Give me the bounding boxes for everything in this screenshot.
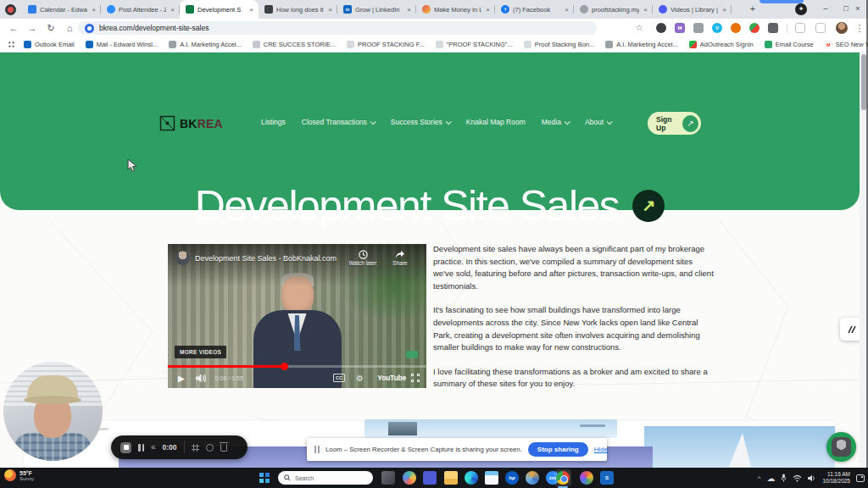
tab-development-active[interactable]: Development S × [180, 0, 259, 19]
bookmark-seo-new-york[interactable]: MSEO New York [825, 41, 868, 48]
taskbar-clock[interactable]: 11:16 AM10/18/2025 [822, 471, 850, 485]
s-app-icon[interactable]: S [600, 471, 614, 485]
bookmark-star-icon[interactable]: ☆ [632, 21, 646, 35]
extension-icon-2[interactable]: M [675, 23, 685, 33]
loom-restart-icon[interactable] [206, 444, 214, 452]
extension-icon-1[interactable] [656, 23, 666, 33]
task-view-button[interactable] [381, 471, 395, 485]
url-text[interactable]: bkrea.com/development-site-sales [99, 24, 209, 32]
onedrive-cloud-icon[interactable]: ☁ [766, 474, 775, 483]
new-tab-button[interactable]: + [746, 3, 760, 16]
channel-avatar[interactable] [175, 251, 190, 265]
reading-list-icon[interactable] [815, 23, 826, 33]
minimize-button[interactable]: – [815, 0, 836, 18]
loom-control-bar[interactable]: « 0:00 [111, 435, 248, 459]
hidden-icons-chevron[interactable]: ^ [758, 474, 761, 482]
fullscreen-button[interactable] [411, 374, 420, 382]
tab-close-icon[interactable]: × [643, 6, 648, 14]
bookmark-proof-stacking-bon[interactable]: Proof Stacking Bon... [524, 41, 594, 48]
side-panel-tab[interactable] [840, 318, 860, 341]
volume-icon[interactable] [196, 374, 207, 383]
loom-delete-icon[interactable] [220, 444, 227, 452]
tab-calendar[interactable]: Calendar - Edward × [22, 0, 101, 19]
tab-proofstacking[interactable]: proofstacking.mys × [574, 0, 653, 19]
extension-icon-3[interactable] [693, 23, 704, 33]
bookmark-proof-stacking-f[interactable]: PROOF STACKING F... [347, 41, 425, 48]
video-chat-widget-bubble[interactable] [826, 432, 856, 462]
play-button[interactable]: ▶ [178, 374, 185, 383]
more-videos-chip[interactable]: MORE VIDEOS [175, 346, 226, 358]
side-panel-icon[interactable] [795, 23, 805, 33]
forward-button[interactable]: → [25, 21, 39, 35]
share-button[interactable]: Share [385, 250, 415, 266]
vimeo-extension-icon[interactable]: V [712, 23, 722, 33]
bookmark-mail-edward[interactable]: Mail - Edward Winsl... [86, 41, 159, 48]
settings-gear-icon[interactable]: ⚙ [356, 374, 364, 383]
close-window-button[interactable]: × [848, 0, 868, 18]
widgets-button[interactable] [403, 471, 416, 485]
file-explorer-icon[interactable] [444, 471, 458, 485]
nav-about[interactable]: About [585, 118, 611, 126]
tab-close-icon[interactable]: × [406, 6, 412, 14]
tab-search-icon[interactable]: ✦ [795, 3, 807, 15]
title-arrow-badge-icon[interactable]: ↗ [632, 190, 665, 222]
tab-close-icon[interactable]: × [485, 6, 491, 14]
address-bar[interactable]: bkrea.com/development-site-sales [78, 21, 597, 35]
stop-sharing-button[interactable]: Stop sharing [528, 442, 588, 457]
webcam-overlay-bubble[interactable] [3, 362, 103, 461]
bookmark-outlook-email[interactable]: Outlook Email [24, 41, 75, 48]
hp-icon[interactable]: hp [505, 471, 519, 485]
nav-knakal-map-room[interactable]: Knakal Map Room [466, 118, 526, 126]
bookmark-ai-marketing-1[interactable]: A.I. Marketing Accel... [169, 41, 242, 48]
nav-listings[interactable]: Listings [261, 118, 286, 126]
loom-rewind-icon[interactable]: « [151, 443, 156, 452]
home-button[interactable]: ⌂ [63, 21, 76, 35]
tab-close-icon[interactable]: × [327, 6, 333, 14]
youtube-logo[interactable]: YouTube [377, 374, 406, 382]
nav-media[interactable]: Media [542, 118, 569, 126]
channel-watermark-icon[interactable] [406, 351, 418, 358]
bkrea-logo[interactable]: BKREA [159, 115, 223, 131]
extensions-puzzle-icon[interactable] [768, 23, 778, 33]
bookmark-adoutreach[interactable]: AdOutreach Signin [689, 41, 754, 48]
sign-up-button[interactable]: Sign Up ↗ [648, 112, 701, 135]
video-title[interactable]: Development Site Sales - BobKnakal.com [195, 254, 337, 263]
tab-close-icon[interactable]: × [170, 6, 175, 14]
bookmark-cre-success[interactable]: CRE SUCCES STORIE... [253, 41, 336, 48]
tab-close-icon[interactable]: × [721, 6, 727, 14]
nav-closed-transactions[interactable]: Closed Transactions [302, 118, 375, 126]
bookmark-ai-marketing-2[interactable]: A.I. Marketing Accel... [605, 41, 678, 48]
start-button[interactable] [259, 473, 270, 483]
hide-sharing-bar-link[interactable]: Hide [594, 446, 608, 453]
pause-sharing-icon[interactable] [314, 446, 320, 453]
tab-facebook[interactable]: f (7) Facebook × [495, 0, 574, 19]
bookmark-email-course[interactable]: Email Course [765, 41, 814, 48]
chrome-icon[interactable] [556, 471, 570, 485]
tab-linkedin[interactable]: in Grow | LinkedIn × [337, 0, 416, 19]
bookmark-proof-stacking-q[interactable]: "PROOF STACKING"... [436, 41, 513, 48]
speaker-icon[interactable] [808, 474, 816, 482]
loom-pause-button[interactable] [138, 444, 144, 452]
taskbar-search[interactable]: Search [278, 471, 373, 485]
youtube-video-player[interactable]: Development Site Sales - BobKnakal.com W… [168, 244, 426, 388]
pinwheel-app-icon[interactable] [580, 471, 593, 485]
loom-recording-indicator-icon[interactable] [5, 4, 16, 15]
meet-extension-icon[interactable] [749, 23, 760, 33]
tab-post-attendee[interactable]: Post Attendee - Zo × [101, 0, 180, 19]
globe-app-icon[interactable] [526, 471, 539, 485]
extension-icon-4[interactable] [731, 23, 741, 33]
edge-icon[interactable] [465, 471, 478, 485]
loom-stop-record-button[interactable] [120, 442, 131, 453]
tab-loom-videos[interactable]: Videos | Library | Lo × [653, 0, 732, 19]
microphone-icon[interactable] [781, 474, 787, 482]
tab-close-icon[interactable]: × [248, 6, 254, 14]
apps-grid-icon[interactable] [8, 41, 15, 48]
weather-widget[interactable]: 55°FSunny [4, 469, 34, 481]
browser-menu-kebab-icon[interactable]: ⋮ [853, 21, 866, 35]
microsoft-store-icon[interactable] [485, 471, 498, 485]
reload-button[interactable]: ↻ [44, 21, 58, 35]
nav-success-stories[interactable]: Success Stories [391, 118, 450, 126]
tab-close-icon[interactable]: × [91, 6, 97, 14]
watch-later-button[interactable]: Watch later [348, 250, 378, 266]
notification-center-icon[interactable] [856, 474, 865, 482]
